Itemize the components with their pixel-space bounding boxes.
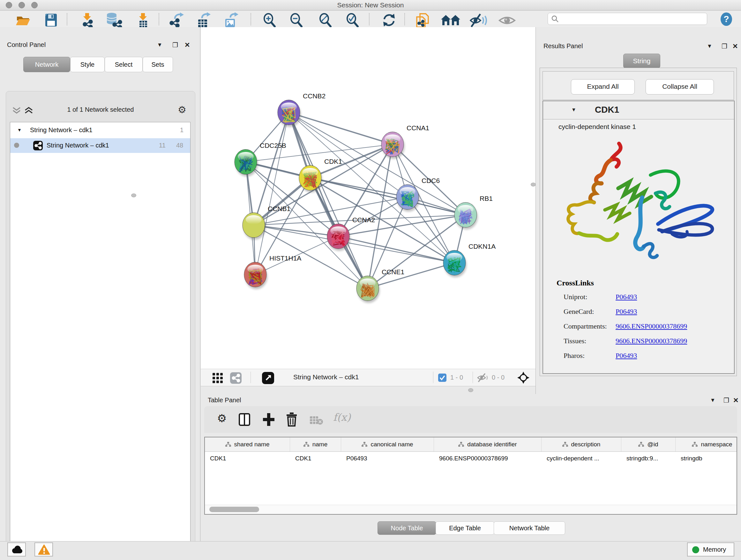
cell-shared-name[interactable]: CDK1 — [205, 455, 290, 462]
home-icon[interactable] — [441, 12, 461, 28]
node-table[interactable]: shared name name canonical name database… — [204, 437, 737, 515]
network-node-CDC25B[interactable]: CDC25B — [234, 142, 286, 177]
crosslink-value[interactable]: 9606.ENSP00000378699 — [616, 337, 687, 345]
tab-network[interactable]: Network — [23, 57, 70, 72]
clear-table-icon[interactable] — [310, 415, 324, 425]
open-in-new-window-icon[interactable] — [262, 372, 274, 384]
tab-select[interactable]: Select — [105, 57, 143, 72]
tab-node-table[interactable]: Node Table — [378, 521, 436, 535]
tab-string[interactable]: String — [623, 54, 660, 68]
splitter-handle[interactable] — [531, 183, 536, 186]
table-settings-gear-icon[interactable]: ⚙ — [217, 412, 226, 425]
crosslink-value[interactable]: P06493 — [616, 352, 637, 360]
crosslink-value[interactable]: P06493 — [616, 307, 637, 316]
tree-expand-icon[interactable]: ▼ — [17, 127, 22, 132]
protein-detail-box: ▼ CDK1 cyclin-dependent kinase 1 — [542, 101, 735, 374]
crosslink-value[interactable]: P06493 — [616, 293, 637, 301]
expand-all-button[interactable]: Expand All — [571, 79, 635, 95]
copy-network-icon[interactable] — [415, 12, 432, 28]
splitter-handle[interactable] — [468, 388, 473, 392]
cell-namespace[interactable]: stringdb — [676, 455, 737, 462]
network-node-CDKN1A[interactable]: CDKN1A — [443, 243, 495, 277]
import-network-icon[interactable] — [79, 12, 95, 28]
help-icon[interactable]: ? — [720, 12, 733, 26]
search-box[interactable] — [548, 13, 707, 25]
scrollbar-thumb[interactable] — [209, 507, 259, 512]
cloud-tasks-button[interactable] — [7, 543, 26, 557]
cell-canonical-name[interactable]: P06493 — [341, 455, 434, 462]
export-network-icon[interactable] — [168, 12, 185, 28]
network-row[interactable]: String Network – cdk1 11 48 — [10, 138, 190, 153]
panel-close-icon[interactable]: ✕ — [185, 41, 190, 49]
panel-collapse-icon[interactable]: ▼ — [710, 397, 716, 403]
protein-description: cyclin-dependent kinase 1 — [558, 123, 636, 131]
network-node-HIST1H1A[interactable]: HIST1H1A — [244, 254, 301, 289]
import-network-from-database-icon[interactable] — [105, 12, 123, 28]
network-collection-row[interactable]: ▼ String Network – cdk1 1 — [10, 124, 190, 138]
protein-header[interactable]: ▼ CDK1 — [543, 101, 734, 119]
tab-style[interactable]: Style — [70, 57, 105, 72]
hide-selected-icon[interactable] — [470, 12, 488, 28]
save-session-icon[interactable] — [43, 12, 59, 27]
search-input[interactable] — [562, 14, 704, 23]
open-file-icon[interactable] — [15, 12, 31, 27]
column-header[interactable]: description — [542, 437, 621, 451]
create-column-plus-icon[interactable] — [262, 413, 275, 427]
crosslink-label: Tissues: — [563, 337, 586, 345]
fit-selected-crosshair-icon[interactable] — [517, 372, 529, 384]
function-builder-icon[interactable]: f(x) — [333, 411, 351, 423]
current-network-dot-icon — [14, 143, 19, 148]
column-label: namespace — [701, 441, 732, 448]
table-horizontal-scrollbar[interactable] — [205, 505, 737, 514]
cell-id[interactable]: stringdb:9... — [621, 455, 676, 462]
column-header[interactable]: canonical name — [341, 437, 434, 451]
tab-network-table[interactable]: Network Table — [494, 521, 565, 535]
column-header[interactable]: shared name — [205, 437, 290, 451]
zoom-out-icon[interactable] — [288, 12, 305, 28]
network-options-gear-icon[interactable]: ⚙ — [178, 104, 186, 115]
panel-float-icon[interactable]: ❐ — [724, 396, 729, 404]
table-row[interactable]: CDK1 CDK1 P06493 9606.ENSP00000378699 cy… — [205, 452, 737, 465]
protein-collapse-icon[interactable]: ▼ — [571, 107, 576, 113]
export-image-icon[interactable] — [223, 12, 239, 28]
panel-collapse-icon[interactable]: ▼ — [157, 42, 162, 48]
network-node-CCNA1[interactable]: CCNA1 — [381, 124, 429, 159]
zoom-fit-content-icon[interactable] — [318, 12, 333, 28]
warnings-button[interactable] — [35, 543, 53, 557]
show-all-icon[interactable] — [498, 12, 516, 28]
refresh-icon[interactable] — [381, 12, 397, 28]
panel-float-icon[interactable]: ❐ — [172, 41, 178, 49]
navbar-separator — [251, 372, 251, 383]
import-table-icon[interactable] — [135, 12, 151, 28]
zoom-selected-icon[interactable] — [345, 12, 360, 28]
show-columns-icon[interactable] — [239, 413, 250, 426]
panel-collapse-icon[interactable]: ▼ — [707, 43, 712, 50]
column-header[interactable]: database identifier — [434, 437, 542, 451]
tab-edge-table[interactable]: Edge Table — [435, 521, 494, 535]
cell-name[interactable]: CDK1 — [290, 455, 341, 462]
network-canvas[interactable]: CCNB2CCNA1CDC25BCDK1CDC6RB1CCNB1CCNA2CDK… — [201, 27, 536, 369]
panel-close-icon[interactable]: ✕ — [732, 43, 738, 50]
column-header[interactable]: namespace — [676, 437, 737, 451]
panel-float-icon[interactable]: ❐ — [722, 43, 727, 50]
birds-eye-grid-icon[interactable] — [212, 373, 223, 383]
string-network-graph[interactable]: CCNB2CCNA1CDC25BCDK1CDC6RB1CCNB1CCNA2CDK… — [201, 27, 536, 369]
export-table-icon[interactable] — [195, 12, 212, 28]
selected-checkbox-icon[interactable] — [438, 374, 447, 382]
crosslink-value[interactable]: 9606.ENSP00000378699 — [616, 322, 687, 330]
network-node-CCNE1[interactable]: CCNE1 — [356, 268, 404, 303]
cell-database-identifier[interactable]: 9606.ENSP00000378699 — [434, 455, 542, 462]
tab-sets[interactable]: Sets — [143, 57, 173, 72]
collapse-all-button[interactable]: Collapse All — [646, 79, 714, 95]
crosslink-label: Pharos: — [563, 352, 585, 360]
zoom-in-icon[interactable] — [262, 12, 278, 28]
network-share-icon[interactable] — [230, 372, 242, 384]
network-node-RB1[interactable]: RB1 — [455, 195, 493, 230]
column-header[interactable]: name — [290, 437, 341, 451]
memory-button[interactable]: Memory — [687, 543, 734, 557]
cell-description[interactable]: cyclin-dependent ... — [542, 455, 621, 462]
delete-column-trash-icon[interactable] — [286, 413, 297, 427]
column-header[interactable]: @id — [621, 437, 676, 451]
panel-close-icon[interactable]: ✕ — [733, 396, 739, 404]
splitter-handle[interactable] — [131, 193, 136, 197]
